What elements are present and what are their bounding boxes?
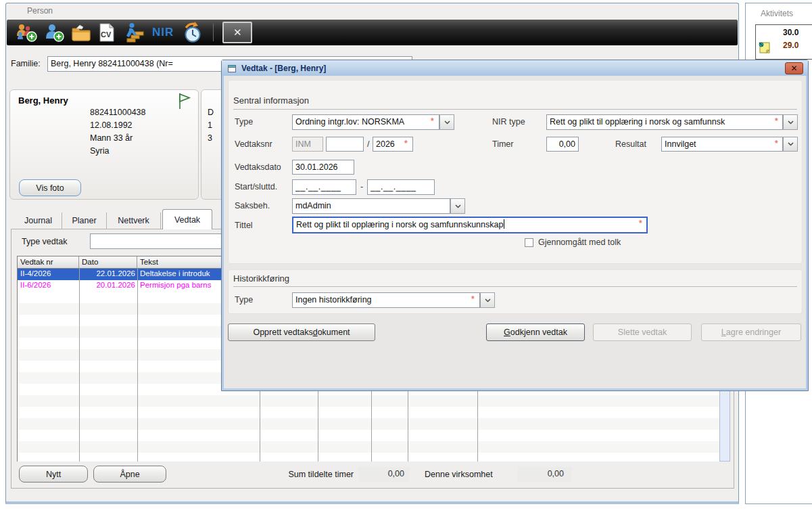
person-country: Syria (90, 146, 109, 156)
type-dropdown-arrow[interactable] (439, 114, 454, 130)
type-vedtak-label: Type vedtak (22, 237, 67, 246)
text-cursor (504, 219, 504, 229)
cell-vedtaknr: II-4/2026 (18, 269, 79, 280)
form-icon (226, 63, 237, 74)
timer-field[interactable]: 0,00 (546, 137, 579, 152)
neighbor-line: 1 (208, 120, 212, 130)
list-item[interactable]: 29.0 (783, 41, 798, 50)
tittel-text: Rett og plikt til opplæring i norsk og s… (296, 220, 503, 229)
column-header-vedtaknr[interactable]: Vedtak nr (18, 256, 79, 269)
open-folder-icon[interactable] (70, 23, 92, 42)
startsluttd-label: Start/sluttd. (235, 182, 277, 192)
hist-type-label: Type (235, 295, 253, 305)
dialog-title: Vedtak - [Berg, Henry] (241, 64, 326, 73)
add-person-icon[interactable] (44, 22, 64, 43)
opprett-vedtaksdokument-button[interactable]: Opprett vedtaksdokument (228, 323, 375, 341)
add-family-icon[interactable] (15, 22, 38, 43)
startdato-field[interactable]: __.__.____ (292, 179, 356, 195)
aktivitets-list: 30.0 29.0 (755, 24, 812, 60)
toolbar-separator (213, 24, 214, 41)
denne-virksomhet-value: 0,00 (518, 467, 572, 482)
saksbeh-combobox[interactable]: mdAdmin (292, 198, 450, 214)
tab-planer[interactable]: Planer (62, 212, 107, 229)
vedtaksnr-field[interactable] (326, 137, 364, 152)
person-id: 882411000438 (90, 108, 146, 117)
sentral-informasjon-title: Sentral informasjon (233, 95, 309, 106)
type-label: Type (235, 117, 253, 127)
saksbeh-dropdown-arrow[interactable] (450, 198, 465, 214)
sum-tildelte-timer-value: 0,00 (358, 467, 410, 482)
required-marker: * (775, 116, 778, 126)
section-rule (233, 286, 797, 287)
svg-text:CV: CV (101, 30, 112, 39)
tab-journal[interactable]: Journal (15, 212, 62, 229)
resultat-label: Resultat (615, 139, 646, 149)
godkjenn-vedtak-button[interactable]: Godkjenn vedtak (486, 323, 585, 341)
note-icon (757, 40, 771, 55)
tab-nettverk[interactable]: Nettverk (107, 212, 161, 229)
person-toolbar: CV NIR ✕ (7, 20, 738, 45)
slette-vedtak-button: Slette vedtak (593, 323, 692, 341)
hist-type-dropdown-arrow[interactable] (480, 292, 495, 308)
cell-dato: 20.01.2026 (79, 280, 137, 292)
close-window-button[interactable]: ✕ (222, 22, 252, 43)
type-combobox[interactable]: Ordning intgr.lov: NORSKMA (292, 114, 439, 130)
vedtaksnr-separator: / (367, 139, 369, 149)
required-marker: * (431, 116, 434, 126)
cv-document-icon[interactable]: CV (98, 22, 116, 43)
neighbor-line: 3 (208, 133, 212, 143)
dialog-close-button[interactable]: ✕ (785, 62, 803, 74)
nir-icon[interactable]: NIR (151, 26, 175, 39)
resultat-combobox[interactable]: Innvilget (661, 137, 783, 152)
vedtaksdato-label: Vedtaksdato (235, 162, 281, 172)
nir-type-dropdown-arrow[interactable] (783, 114, 798, 130)
historikkforing-title: Historikkføring (233, 273, 289, 284)
resultat-dropdown-arrow[interactable] (783, 137, 798, 152)
close-icon: ✕ (233, 26, 242, 39)
tolk-checkbox[interactable] (525, 238, 533, 247)
person-birthdate: 12.08.1992 (90, 120, 133, 130)
sum-tildelte-timer-label: Sum tildelte timer (264, 470, 354, 479)
nir-type-combobox[interactable]: Rett og plikt til opplæring i norsk og s… (546, 114, 783, 130)
nir-type-label: NIR type (492, 117, 525, 127)
required-marker: * (639, 219, 642, 228)
person-name: Berg, Henry (18, 95, 68, 106)
intro-stairs-icon[interactable] (122, 22, 145, 43)
section-rule (233, 109, 797, 110)
familie-label: Familie: (11, 59, 41, 68)
grid-line (137, 269, 138, 462)
column-header-dato[interactable]: Dato (79, 256, 137, 269)
flag-icon (176, 91, 193, 110)
dialog-titlebar[interactable]: Vedtak - [Berg, Henry] (222, 60, 808, 76)
list-item[interactable]: 30.0 (783, 28, 798, 37)
tolk-label: Gjennomgått med tolk (538, 238, 621, 247)
required-marker: * (404, 139, 408, 148)
vedtaksnr-label: Vedtaksnr (235, 139, 272, 149)
cell-dato: 22.01.2026 (79, 269, 137, 280)
apne-button[interactable]: Åpne (93, 466, 166, 483)
sluttdato-field[interactable]: __.__.____ (367, 179, 435, 195)
close-icon: ✕ (790, 64, 797, 72)
hist-type-combobox[interactable]: Ingen historikkføring (292, 292, 480, 308)
date-range-separator: - (360, 182, 363, 192)
tittel-field[interactable]: Rett og plikt til opplæring i norsk og s… (292, 217, 648, 233)
denne-virksomhet-label: Denne virksomhet (425, 470, 493, 479)
lagre-endringer-button: Lagre endringer (701, 323, 801, 341)
nytt-button[interactable]: Nytt (19, 466, 88, 483)
person-window-title: Person (27, 6, 53, 16)
vedtaksnr-prefix-field: INM (292, 137, 323, 152)
screen: Aktivitets 30.0 29.0 Person (0, 0, 812, 515)
vis-foto-button[interactable]: Vis foto (19, 179, 81, 196)
tab-vedtak[interactable]: Vedtak (162, 209, 212, 229)
required-marker: * (775, 139, 778, 148)
saksbeh-label: Saksbeh. (235, 201, 270, 210)
timer-label: Timer (492, 139, 513, 149)
grid-line (79, 269, 80, 462)
history-clock-icon[interactable] (181, 22, 204, 43)
vedtaksdato-field[interactable]: 30.01.2026 (292, 160, 354, 175)
required-marker: * (471, 294, 475, 304)
neighbor-line: D (208, 108, 214, 117)
aktivitets-title: Aktivitets (761, 9, 793, 18)
cell-vedtaknr: II-6/2026 (18, 280, 79, 292)
person-card: Berg, Henry 882411000438 12.08.1992 Mann… (9, 89, 199, 200)
